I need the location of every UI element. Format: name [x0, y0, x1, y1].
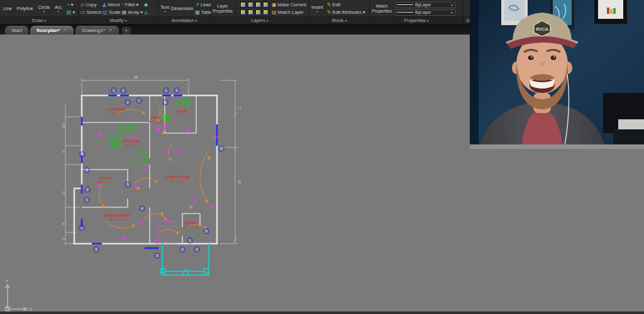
- hatch-icon: ▨: [67, 9, 72, 16]
- room-label: FOYER: [184, 221, 197, 225]
- layer-tool-icon[interactable]: [248, 2, 253, 8]
- make-current-button[interactable]: ▣Make Current: [272, 2, 306, 8]
- dimension-text: 6': [62, 222, 65, 225]
- fillet-button[interactable]: ◜Fillet▾: [122, 2, 143, 8]
- panel-expand-icon: ▾: [267, 19, 269, 23]
- tag-circle: [125, 100, 130, 105]
- room-label: BATH: [177, 109, 187, 113]
- panel-expand-icon: ▾: [44, 19, 46, 23]
- erase-button[interactable]: ◆: [144, 2, 148, 8]
- right-eye: [551, 56, 557, 60]
- tab-close-icon[interactable]: ✕: [64, 28, 67, 33]
- panel-title-block[interactable]: Block▾: [309, 16, 369, 24]
- panel-title-draw[interactable]: Draw▾: [0, 16, 78, 24]
- panel-block: Insert▾ ✎Edit ✎Edit Attributes▾ Block▾: [309, 0, 370, 24]
- panel-layers: Layer Properties ▣Make Current ▤Match La…: [211, 0, 309, 24]
- tag-number: 3: [81, 227, 83, 230]
- block-edit-button[interactable]: ✎Edit: [327, 2, 365, 8]
- dimension-text: 11': [62, 190, 65, 195]
- file-tab-drawing1[interactable]: Drawing1*✕: [75, 26, 119, 35]
- copy-button[interactable]: ▱Copy: [80, 2, 101, 8]
- room-sub-label: HARD FLOOR: [170, 180, 185, 183]
- dimension-button[interactable]: Dimension: [171, 6, 193, 11]
- junction-diamond: [207, 156, 211, 160]
- panel-title-layers[interactable]: Layers▾: [211, 16, 309, 24]
- layer-tool-icon[interactable]: [240, 9, 246, 15]
- layer-tool-icon[interactable]: [263, 2, 269, 8]
- tag-circle: [180, 247, 185, 252]
- switch-arrow: [210, 205, 216, 208]
- edit-attributes-button[interactable]: ✎Edit Attributes▾: [327, 9, 365, 16]
- dimension-text: 10': [62, 123, 65, 128]
- layer-tool-icon[interactable]: [240, 2, 246, 8]
- line-button[interactable]: Line: [3, 6, 12, 11]
- tag-circle: [174, 88, 179, 93]
- match-properties-button[interactable]: Match Properties: [372, 4, 392, 14]
- webcam-overlay: RVCA: [470, 0, 644, 149]
- panel-expand-icon: ▾: [195, 19, 197, 23]
- cap-logo-text: RVCA: [536, 27, 548, 31]
- mirror-button[interactable]: ◭Mirror: [103, 2, 120, 8]
- room-sub-label: HARD FLOOR: [183, 226, 198, 229]
- text-button[interactable]: Text▾: [160, 4, 169, 13]
- switch-arrow: [193, 196, 196, 202]
- porch-outline: [160, 244, 209, 275]
- trim-button[interactable]: ◬: [144, 9, 148, 16]
- array-icon: ▦: [122, 9, 127, 16]
- linetype-dropdown[interactable]: ByLayer▼: [395, 2, 455, 8]
- array-button[interactable]: ▦Array▾: [122, 9, 143, 16]
- hatch-button[interactable]: ▨▾: [67, 9, 75, 16]
- wiring-arc: [187, 224, 206, 229]
- circle-button[interactable]: Circle▾: [38, 4, 50, 13]
- fixtures: [110, 99, 189, 165]
- tag-circle: [80, 152, 85, 157]
- ellipse-button[interactable]: ◔▾: [67, 2, 75, 8]
- switch-arrow: [186, 129, 192, 132]
- dropdown-arrow-icon: ▾: [43, 10, 45, 13]
- layer-tool-icon[interactable]: [255, 9, 261, 15]
- picture-frame-right: [594, 0, 627, 24]
- panel-draw: Line Polyline Circle▾ Arc▾ ◔▾ ▨▾ Draw▾: [0, 0, 79, 24]
- layer-properties-button[interactable]: Layer Properties: [213, 4, 233, 14]
- panel-title-annotation[interactable]: Annotation▾: [158, 16, 210, 24]
- layer-tool-icon[interactable]: [255, 2, 261, 8]
- switch-arrow: [179, 148, 182, 154]
- tag-number: 1: [138, 99, 140, 102]
- room-label: DINING ROOM: [104, 214, 130, 217]
- file-tab-floorplan[interactable]: floorplan*✕: [30, 26, 74, 35]
- stretch-button[interactable]: ▭Stretch: [80, 9, 101, 16]
- panel-annotation: Text▾ Dimension ↗Leader▾ ▦Table Annotati…: [158, 0, 211, 24]
- tag-circle: [155, 253, 160, 258]
- copy-icon: ▱: [80, 2, 84, 8]
- lineweight-dropdown[interactable]: ByLayer▼: [395, 9, 455, 16]
- ucs-icon: Y X: [5, 278, 33, 312]
- layer-tool-icon[interactable]: [248, 9, 253, 15]
- tag-number: 2: [127, 101, 129, 104]
- dropdown-arrow-icon: ▾: [140, 9, 143, 16]
- arc-button[interactable]: Arc▾: [55, 4, 62, 13]
- tag-circle: [163, 100, 168, 105]
- ucs-y-label: Y: [5, 278, 9, 284]
- tag-circle: [84, 168, 89, 173]
- scale-button[interactable]: ◱Scale: [103, 9, 120, 16]
- room-label: HALL: [150, 116, 160, 119]
- switch-arrow: [155, 238, 158, 244]
- file-tab-label: Start: [11, 28, 22, 33]
- stove: [110, 137, 120, 146]
- file-tab-start[interactable]: Start: [5, 26, 28, 35]
- match-layer-button[interactable]: ▤Match Layer: [272, 9, 306, 16]
- tab-close-icon[interactable]: ✕: [109, 28, 113, 33]
- switch-arrow: [164, 151, 170, 154]
- wall-lines: [74, 95, 217, 244]
- dropdown-arrow-icon: ▾: [57, 10, 59, 13]
- panel-title-properties[interactable]: Properties▾: [370, 16, 463, 24]
- new-tab-button[interactable]: +: [122, 27, 131, 35]
- layer-tool-icon[interactable]: [263, 9, 269, 15]
- dimension-text: 6': [62, 150, 65, 153]
- leader-icon: ↗: [195, 2, 199, 8]
- panel-title-modify[interactable]: Modify▾: [79, 16, 158, 24]
- tag-number: 2: [165, 101, 167, 104]
- tag-circle: [121, 88, 126, 93]
- insert-button[interactable]: Insert▾: [311, 4, 323, 13]
- polyline-button[interactable]: Polyline: [17, 6, 33, 11]
